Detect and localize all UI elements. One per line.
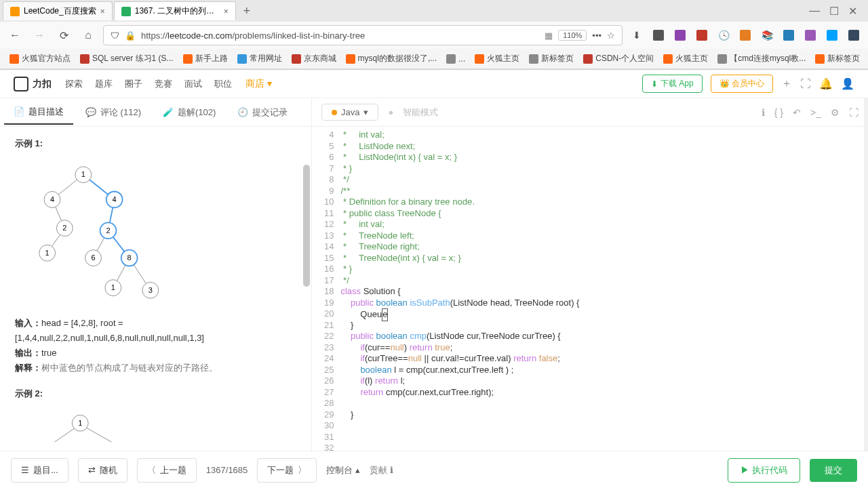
fullscreen-icon[interactable]: ⛶ <box>849 107 859 118</box>
url-bar[interactable]: 🛡 🔒 https://leetcode-cn.com/problems/lin… <box>103 25 623 45</box>
tab-description[interactable]: 📄 题目描述 <box>4 100 73 125</box>
nav-item[interactable]: 探索 <box>65 78 83 90</box>
bookmark-item[interactable]: mysql的数据很没了,... <box>342 51 441 66</box>
content: 📄 题目描述 💬 评论 (112) 🧪 题解(102) 🕘 提交记录 示例 1:… <box>0 98 868 451</box>
zoom-level[interactable]: 110% <box>558 30 587 41</box>
right-pane: Java ▾ ● 智能模式 ℹ { } ↶ >_ ⚙ ⛶ 45678910111… <box>312 98 868 451</box>
scrollbar[interactable] <box>303 165 310 287</box>
bookmark-item[interactable]: 新标签页 <box>811 51 864 66</box>
ext-icon-1[interactable] <box>650 26 667 44</box>
next-button[interactable]: 下一题 〉 <box>257 458 317 483</box>
download-icon[interactable]: ⬇ <box>628 26 646 44</box>
bookmark-icon <box>815 54 825 64</box>
logo[interactable]: 力扣 <box>14 77 52 92</box>
chevron-down-icon: ▾ <box>363 107 368 117</box>
code-editor[interactable]: 4567891011121314151617181920212223242526… <box>312 127 868 451</box>
bookmark-item[interactable]: 火狐主页 <box>471 51 524 66</box>
more-icon[interactable]: ••• <box>592 30 601 41</box>
random-button[interactable]: ⇄ 随机 <box>78 458 127 483</box>
gear-icon[interactable]: ⚙ <box>831 107 840 118</box>
bookmark-item[interactable]: 火狐主页 <box>659 51 712 66</box>
tab-title: 1367. 二叉树中的列表 - 力扣 <box>135 5 220 17</box>
lock-icon[interactable]: 🔒 <box>125 30 136 41</box>
star-icon[interactable]: ☆ <box>607 30 615 41</box>
run-button[interactable]: ▶ 执行代码 <box>728 458 800 483</box>
terminal-icon[interactable]: >_ <box>810 107 821 118</box>
library-icon[interactable]: 📚 <box>758 26 776 44</box>
forward-button[interactable]: → <box>30 26 49 45</box>
bookmark-item[interactable]: 新手上路 <box>179 51 232 66</box>
new-tab-button[interactable]: + <box>237 1 256 20</box>
bookmark-icon <box>717 54 727 64</box>
bell-icon[interactable]: 🔔 <box>819 77 833 90</box>
bookmark-label: 火狐主页 <box>487 53 519 64</box>
intelligent-mode-label[interactable]: 智能模式 <box>403 106 438 119</box>
bookmark-label: SQL server 练习1 (S... <box>92 53 174 64</box>
nav-item[interactable]: 职位 <box>214 78 232 90</box>
nav-item[interactable]: 面试 <box>184 78 202 90</box>
ext-icon-8[interactable] <box>823 26 841 44</box>
bookmark-item[interactable]: 【cmd连接mysql教... <box>713 51 810 66</box>
ext-icon-5[interactable] <box>736 26 754 44</box>
ext-icon-4[interactable]: 🕓 <box>715 26 732 44</box>
bookmark-icon <box>346 54 355 64</box>
ext-icon-2[interactable] <box>671 26 689 44</box>
vip-button[interactable]: 👑 会员中心 <box>711 75 773 93</box>
bookmark-item[interactable]: SQL server 练习1 (S... <box>76 51 178 66</box>
tab-solutions[interactable]: 🧪 题解(102) <box>153 101 225 124</box>
problem-list-button[interactable]: ☰ 题目... <box>11 458 68 483</box>
bookmark-item[interactable]: CSDN-个人空间 <box>579 51 658 66</box>
language-select[interactable]: Java ▾ <box>321 104 378 121</box>
bookmark-label: mysql的数据很没了,... <box>358 53 437 64</box>
close-icon[interactable]: × <box>224 7 229 16</box>
svg-text:1: 1 <box>45 249 50 257</box>
shop-link[interactable]: 商店 ▾ <box>245 78 272 90</box>
nav-bar: ← → ⟳ ⌂ 🛡 🔒 https://leetcode-cn.com/prob… <box>0 22 868 49</box>
close-icon[interactable]: × <box>100 7 105 16</box>
reader-icon[interactable]: ▦ <box>545 30 553 41</box>
tab-comments[interactable]: 💬 评论 (112) <box>76 101 151 124</box>
contribute-link[interactable]: 贡献 ℹ <box>370 464 393 476</box>
braces-icon[interactable]: { } <box>774 107 783 118</box>
ext-icon-7[interactable] <box>802 26 819 44</box>
ext-icon-6[interactable] <box>780 26 797 44</box>
nav-item[interactable]: 题库 <box>95 78 113 90</box>
code-area[interactable]: * int val; * ListNode next; * ListNode(i… <box>340 127 579 451</box>
bookmark-item[interactable]: 新标签页 <box>525 51 578 66</box>
ext-icon-9[interactable] <box>845 26 863 44</box>
console-toggle[interactable]: 控制台 ▴ <box>326 464 360 476</box>
bookmark-item[interactable]: 常用网址 <box>233 51 286 66</box>
minimize-icon[interactable]: — <box>809 5 820 18</box>
nav-item[interactable]: 圈子 <box>125 78 142 90</box>
browser-tab-0[interactable]: LeetCode_百度搜索 × <box>3 1 113 20</box>
bookmark-item[interactable]: 新标签页 <box>865 51 868 66</box>
home-button[interactable]: ⌂ <box>79 26 98 45</box>
tab-bar: LeetCode_百度搜索 × 1367. 二叉树中的列表 - 力扣 × + —… <box>0 0 868 22</box>
reload-button[interactable]: ⟳ <box>54 26 73 45</box>
back-button[interactable]: ← <box>5 26 24 45</box>
prev-button[interactable]: 〈 上一题 <box>137 458 197 483</box>
maximize-icon[interactable]: ☐ <box>829 5 839 18</box>
undo-icon[interactable]: ↶ <box>793 107 801 118</box>
shield-icon[interactable]: 🛡 <box>111 30 119 41</box>
info-icon[interactable]: ℹ <box>762 107 765 118</box>
bookmark-item[interactable]: ... <box>442 52 469 66</box>
browser-tab-1[interactable]: 1367. 二叉树中的列表 - 力扣 × <box>114 1 236 20</box>
close-window-icon[interactable]: ✕ <box>848 5 857 18</box>
logo-text: 力扣 <box>33 78 52 90</box>
submit-button[interactable]: 提交 <box>810 459 857 482</box>
plus-icon[interactable]: ＋ <box>781 77 792 91</box>
bookmark-label: 常用网址 <box>250 53 282 64</box>
bookmark-item[interactable]: 京东商城 <box>288 51 340 66</box>
expand-icon[interactable]: ⛶ <box>800 78 811 90</box>
nav-item[interactable]: 竞赛 <box>155 78 172 90</box>
bookmark-label: 新手上路 <box>195 53 228 64</box>
download-app-button[interactable]: ⬇ 下载 App <box>642 75 703 93</box>
bookmark-item[interactable]: 火狐官方站点 <box>5 51 75 66</box>
pane-splitter[interactable] <box>864 98 868 451</box>
tab-submissions[interactable]: 🕘 提交记录 <box>228 101 297 124</box>
svg-text:1: 1 <box>78 419 82 427</box>
user-icon[interactable]: 👤 <box>841 77 854 90</box>
bookmarks-bar: 火狐官方站点SQL server 练习1 (S...新手上路常用网址京东商城my… <box>0 49 868 69</box>
ext-icon-3[interactable] <box>693 26 711 44</box>
